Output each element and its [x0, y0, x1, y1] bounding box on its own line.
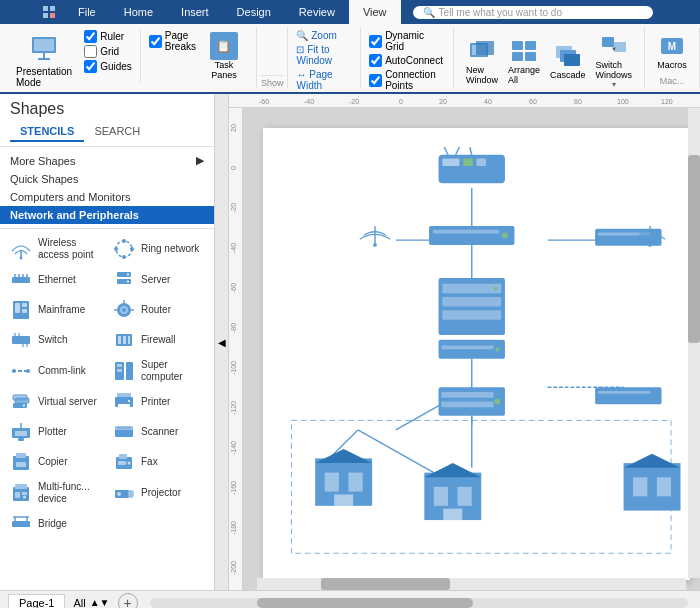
- shape-firewall[interactable]: Firewall: [107, 325, 210, 355]
- ribbon-group-views: PresentationMode Ruler Grid Guides Page …: [0, 28, 257, 88]
- search-bar[interactable]: 🔍 Tell me what you want to do: [413, 6, 653, 19]
- shape-fax[interactable]: Fax: [107, 447, 210, 477]
- shape-mainframe[interactable]: Mainframe: [4, 295, 107, 325]
- svg-point-37: [127, 274, 129, 276]
- shape-printer[interactable]: Printer: [107, 387, 210, 417]
- tab-search[interactable]: SEARCH: [84, 122, 150, 142]
- zoom-link[interactable]: 🔍 Zoom: [296, 30, 352, 41]
- svg-point-29: [114, 247, 118, 251]
- shape-switch[interactable]: Switch: [4, 325, 107, 355]
- new-window-button[interactable]: NewWindow: [462, 35, 502, 87]
- ribbon-group-visual-aids: Dynamic Grid AutoConnect Connection Poin…: [361, 28, 454, 88]
- nav-computers-monitors[interactable]: Computers and Monitors: [0, 188, 214, 206]
- printer-icon: [113, 391, 135, 413]
- add-page-button[interactable]: +: [118, 593, 138, 609]
- svg-rect-174: [348, 473, 362, 492]
- presentation-mode-button[interactable]: PresentationMode: [8, 30, 80, 90]
- shape-super-computer[interactable]: Supercomputer: [107, 355, 210, 387]
- tab-stencils[interactable]: STENCILS: [10, 122, 84, 142]
- shape-ring-network[interactable]: Ring network: [107, 233, 210, 265]
- menu-review[interactable]: Review: [285, 0, 349, 24]
- shape-plotter[interactable]: Plotter: [4, 417, 107, 447]
- ribbon-group-window: NewWindow ArrangeAll: [454, 28, 645, 88]
- svg-text:-140: -140: [230, 441, 237, 455]
- scrollbar-thumb-h[interactable]: [321, 578, 450, 590]
- shape-comm-link[interactable]: Comm-link: [4, 355, 107, 387]
- task-panes-btn[interactable]: 📋 TaskPanes: [202, 30, 246, 82]
- cascade-button[interactable]: Cascade: [546, 40, 590, 82]
- canvas-area: -60 -40 -20 0 20 40 60 80 100 120 140 16…: [229, 94, 700, 590]
- svg-rect-62: [126, 362, 133, 380]
- svg-rect-11: [512, 41, 523, 50]
- menu-insert[interactable]: Insert: [167, 0, 223, 24]
- page-breaks-check[interactable]: Page Breaks: [149, 30, 196, 52]
- svg-rect-90: [15, 484, 27, 489]
- shape-server[interactable]: Server: [107, 265, 210, 295]
- diagram-switch-mid: [439, 340, 505, 359]
- panel-collapse-button[interactable]: ◀: [215, 94, 229, 590]
- svg-rect-159: [442, 297, 501, 306]
- svg-point-161: [494, 287, 498, 291]
- new-window-icon: [467, 37, 497, 65]
- shape-projector[interactable]: Projector: [107, 477, 210, 509]
- all-pages-toggle[interactable]: All ▲▼: [73, 597, 109, 609]
- svg-rect-13: [512, 52, 523, 61]
- nav-network-peripherals[interactable]: Network and Peripherals: [0, 206, 214, 224]
- shape-ethernet[interactable]: Ethernet: [4, 265, 107, 295]
- svg-rect-79: [115, 429, 133, 437]
- shape-bridge[interactable]: Bridge: [4, 509, 107, 539]
- connection-points-check[interactable]: Connection Points: [369, 69, 445, 91]
- diagram-switch-1: [429, 226, 514, 245]
- menu-design[interactable]: Design: [223, 0, 285, 24]
- menu-file[interactable]: File: [64, 0, 110, 24]
- super-icon: [113, 360, 135, 382]
- macros-button[interactable]: M Macros: [653, 30, 691, 72]
- menu-home[interactable]: Home: [110, 0, 167, 24]
- diagram-router-top: [439, 147, 505, 183]
- scrollbar-thumb-bottom[interactable]: [257, 598, 472, 608]
- svg-rect-86: [119, 454, 127, 459]
- page-tab[interactable]: Page-1: [8, 594, 65, 608]
- shape-multi-func-device[interactable]: Multi-func...device: [4, 477, 107, 509]
- svg-rect-183: [633, 477, 647, 496]
- shape-virtual-server[interactable]: Virtual server: [4, 387, 107, 417]
- guides-check[interactable]: Guides: [84, 60, 132, 73]
- svg-text:-80: -80: [230, 323, 237, 333]
- switch-windows-button[interactable]: ▼ SwitchWindows ▾: [591, 30, 636, 91]
- shape-copier[interactable]: Copier: [4, 447, 107, 477]
- svg-rect-67: [15, 398, 29, 403]
- ring-label: Ring network: [141, 243, 199, 255]
- svg-marker-182: [624, 454, 681, 468]
- shape-scanner[interactable]: Scanner: [107, 417, 210, 447]
- scrollbar-h-bottom[interactable]: [150, 598, 688, 608]
- all-pages-label: All: [73, 597, 85, 609]
- switch-icon: [10, 329, 32, 351]
- arrange-all-label: ArrangeAll: [508, 65, 540, 85]
- page-width-link[interactable]: ↔ Page Width: [296, 69, 352, 91]
- svg-rect-84: [16, 462, 26, 467]
- virtual-label: Virtual server: [38, 396, 97, 408]
- scanner-label: Scanner: [141, 426, 178, 438]
- scrollbar-thumb-v[interactable]: [688, 155, 700, 343]
- nav-quick-shapes[interactable]: Quick Shapes: [0, 170, 214, 188]
- svg-rect-146: [463, 159, 472, 167]
- scrollbar-horizontal[interactable]: [257, 578, 686, 590]
- firewall-label: Firewall: [141, 334, 175, 346]
- ruler-check[interactable]: Ruler: [84, 30, 132, 43]
- svg-rect-57: [128, 336, 130, 344]
- shape-wireless-access-point[interactable]: Wirelessaccess point: [4, 233, 107, 265]
- dynamic-grid-check[interactable]: Dynamic Grid: [369, 30, 445, 52]
- nav-more-shapes[interactable]: More Shapes ▶: [0, 151, 214, 170]
- shape-router[interactable]: Router: [107, 295, 210, 325]
- scrollbar-vertical[interactable]: [688, 108, 700, 578]
- arrange-all-button[interactable]: ArrangeAll: [504, 35, 544, 87]
- fit-to-window-link[interactable]: ⊡ Fit to Window: [296, 44, 352, 66]
- autoconnect-check[interactable]: AutoConnect: [369, 54, 445, 67]
- menu-view[interactable]: View: [349, 0, 401, 24]
- grid-check[interactable]: Grid: [84, 45, 132, 58]
- switch-windows-dropdown: ▾: [612, 80, 616, 89]
- diagram-building-left: [315, 449, 372, 506]
- task-panes-label: TaskPanes: [210, 60, 238, 80]
- canvas-body[interactable]: [243, 108, 700, 590]
- svg-text:-160: -160: [230, 481, 237, 495]
